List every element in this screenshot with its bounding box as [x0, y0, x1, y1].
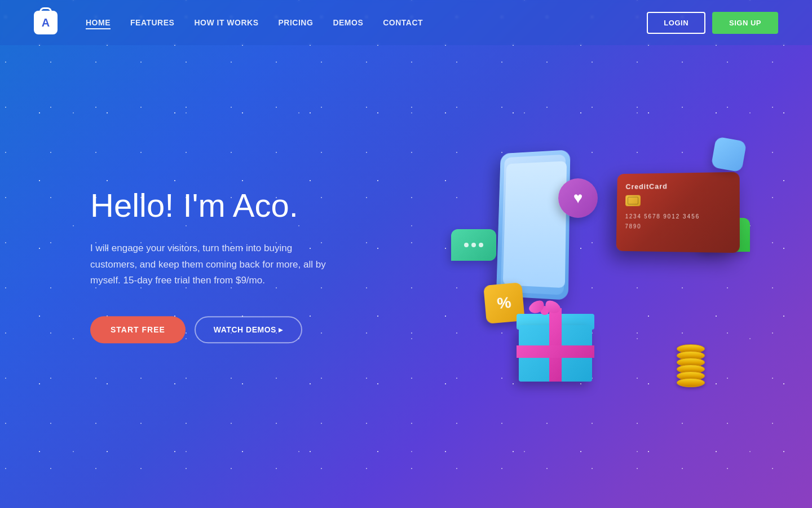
- gift-ribbon-horizontal: [517, 345, 594, 358]
- square-blue-element: [711, 137, 747, 173]
- logo-letter: A: [42, 16, 50, 29]
- hero-illustration: ♥ CreditCard: [429, 105, 756, 415]
- chat-bubble-left: [451, 229, 496, 261]
- percent-icon: %: [496, 294, 512, 313]
- nav-item-home[interactable]: HOME: [86, 17, 111, 28]
- hero-content: Hello! I'm Aco. I will engage your visit…: [90, 187, 327, 343]
- chat-dots-left: [464, 243, 483, 247]
- hero-subtitle: I will engage your visitors, turn them i…: [90, 240, 327, 290]
- hero-title: Hello! I'm Aco.: [90, 187, 327, 225]
- hero-buttons: START FREE WATCH DEMOS ▸: [90, 317, 327, 344]
- logo-icon: A: [34, 11, 58, 34]
- gift-ribbon-vertical: [549, 308, 562, 382]
- nav-link-features[interactable]: FEATURES: [130, 18, 174, 27]
- start-free-button[interactable]: START FREE: [90, 317, 186, 344]
- coin-6: [677, 378, 705, 387]
- signup-button[interactable]: SIGN UP: [712, 12, 778, 34]
- phone-screen: [503, 161, 567, 288]
- gift-box: [519, 308, 598, 382]
- watch-demos-button[interactable]: WATCH DEMOS ▸: [195, 317, 302, 344]
- chat-dot-1: [464, 243, 469, 247]
- nav-link-demos[interactable]: DEMOS: [333, 18, 363, 27]
- nav-right: LOGIN SIGN UP: [647, 12, 778, 34]
- credit-card-label: CreditCard: [625, 181, 730, 191]
- nav-item-features[interactable]: FEATURES: [130, 17, 174, 28]
- hero-section: A HOME FEATURES HOW IT WORKS PRICING DEM…: [0, 0, 812, 508]
- nav-links: HOME FEATURES HOW IT WORKS PRICING DEMOS…: [86, 17, 423, 28]
- login-button[interactable]: LOGIN: [647, 12, 705, 34]
- nav-link-contact[interactable]: CONTACT: [383, 18, 423, 27]
- navbar: A HOME FEATURES HOW IT WORKS PRICING DEM…: [0, 0, 812, 45]
- credit-card-number-2: 7890: [625, 222, 730, 233]
- nav-item-demos[interactable]: DEMOS: [333, 17, 363, 28]
- chat-dot-2: [471, 243, 476, 247]
- heart-icon: ♥: [573, 189, 583, 207]
- gold-coins: [677, 347, 705, 387]
- nav-link-home[interactable]: HOME: [86, 18, 111, 29]
- gift-bow: [540, 306, 549, 315]
- nav-item-pricing[interactable]: PRICING: [279, 17, 314, 28]
- nav-item-contact[interactable]: CONTACT: [383, 17, 423, 28]
- credit-card-number-1: 1234 5678 9012 3456: [625, 212, 731, 222]
- phone-element: [496, 150, 570, 300]
- credit-card-chip: [625, 195, 641, 207]
- nav-left: A HOME FEATURES HOW IT WORKS PRICING DEM…: [34, 11, 423, 34]
- credit-card: CreditCard 1234 5678 9012 3456 7890: [616, 172, 740, 253]
- iso-scene: ♥ CreditCard: [429, 105, 756, 415]
- nav-item-how-it-works[interactable]: HOW IT WORKS: [194, 17, 258, 28]
- logo[interactable]: A: [34, 11, 58, 34]
- nav-link-pricing[interactable]: PRICING: [279, 18, 314, 27]
- chat-dot-3: [479, 243, 483, 247]
- nav-link-how-it-works[interactable]: HOW IT WORKS: [194, 18, 258, 27]
- heart-bubble: ♥: [558, 178, 598, 218]
